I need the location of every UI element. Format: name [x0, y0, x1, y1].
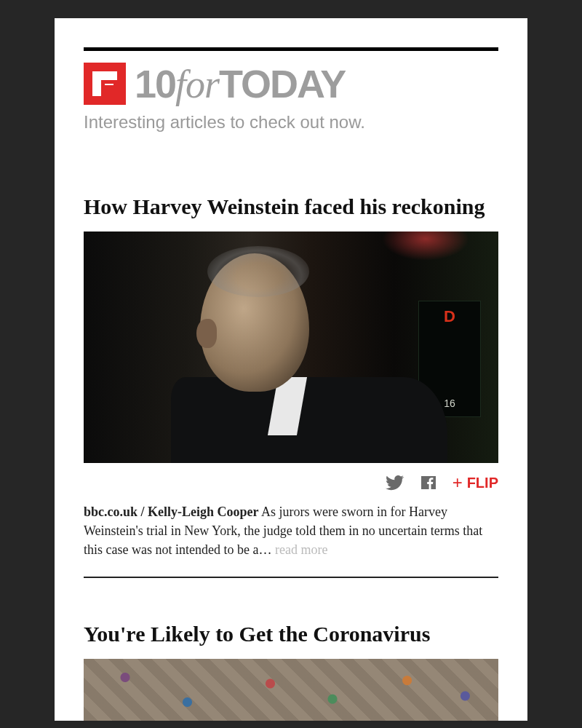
article-title[interactable]: How Harvey Weinstein faced his reckoning — [84, 194, 498, 218]
twitter-icon[interactable] — [386, 473, 404, 492]
article-divider — [84, 577, 498, 578]
brand-tagline: Interesting articles to check out now. — [84, 112, 498, 132]
brand-today: TODAY — [219, 62, 345, 106]
newsletter-page: 10forTODAY Interesting articles to check… — [55, 18, 527, 721]
brand-for: for — [175, 63, 219, 106]
article-image[interactable] — [84, 659, 498, 721]
flipboard-logo-icon — [84, 63, 126, 105]
brand-row: 10forTODAY — [84, 63, 498, 105]
article: How Harvey Weinstein faced his reckoning… — [84, 194, 498, 578]
read-more-link[interactable]: read more — [275, 542, 327, 557]
flip-label: FLIP — [467, 475, 498, 491]
plus-icon: + — [453, 474, 463, 491]
flip-button[interactable]: + FLIP — [453, 474, 498, 491]
action-row: + FLIP — [84, 473, 498, 492]
article-body: bbc.co.uk / Kelly-Leigh Cooper As jurors… — [84, 502, 498, 559]
brand-ten: 10 — [135, 62, 175, 106]
facebook-icon[interactable] — [419, 473, 438, 492]
article: You're Likely to Get the Coronavirus — [84, 622, 498, 721]
article-source[interactable]: bbc.co.uk / Kelly-Leigh Cooper — [84, 505, 259, 519]
top-divider — [84, 47, 498, 51]
article-title[interactable]: You're Likely to Get the Coronavirus — [84, 622, 498, 646]
brand-title: 10forTODAY — [135, 64, 345, 104]
article-image[interactable]: D16 — [84, 232, 498, 463]
